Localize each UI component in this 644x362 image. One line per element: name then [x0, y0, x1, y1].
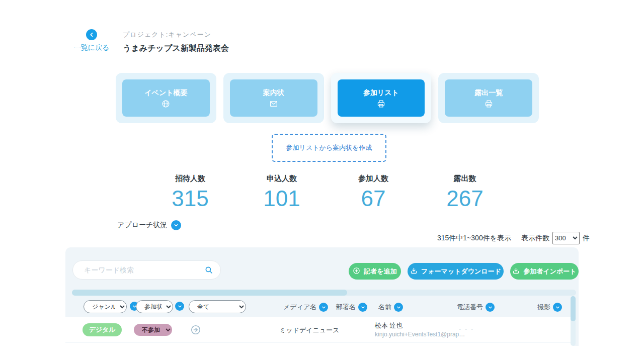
keyword-search — [72, 260, 221, 280]
event-management-page: 一覧に戻る プロジェクト:キャンペーン うまみチップス新製品発表会 イベント概要… — [0, 0, 644, 362]
chevron-down-icon[interactable] — [175, 302, 184, 311]
chevron-down-icon[interactable] — [486, 303, 495, 312]
create-invitation-from-list-button[interactable]: 参加リストから案内状を作成 — [272, 134, 386, 162]
search-icon[interactable] — [204, 265, 213, 275]
all-filter-select[interactable]: 全て — [189, 300, 246, 313]
stat-value: 315 — [145, 188, 235, 210]
stats-row: 招待人数 315 申込人数 101 参加人数 67 露出数 267 — [145, 174, 520, 210]
import-participants-button[interactable]: 参加者インポート — [510, 263, 579, 280]
per-page-select[interactable]: 300 — [552, 232, 580, 244]
email-cell: kinjo.yuichi+EventsTest1@prap… — [375, 331, 465, 338]
plus-circle-icon — [353, 267, 360, 276]
column-header-photo: 撮影 — [537, 303, 562, 312]
column-header-name: 名前 — [378, 303, 403, 312]
tab-exposure-list[interactable]: 露出一覧 — [438, 73, 539, 123]
media-name-cell: ミッドデイニュース — [279, 326, 339, 335]
approach-status: アプローチ状況 — [117, 220, 181, 230]
participants-panel: 記者を追加 フォーマットダウンロード 参加者インポート ジャンル — [65, 247, 579, 346]
stat-label: 露出数 — [420, 174, 510, 184]
tab-label: イベント概要 — [144, 88, 187, 98]
per-page-unit: 件 — [583, 234, 590, 243]
table-row: 伊藤 貴子 — [65, 343, 574, 346]
stat-value: 267 — [420, 188, 510, 210]
stat-label: 申込人数 — [236, 174, 327, 184]
project-label: プロジェクト:キャンペーン — [123, 30, 211, 39]
stat-value: 101 — [236, 188, 327, 210]
tab-label: 参加リスト — [363, 88, 399, 98]
participation-status-select[interactable]: 不参加 — [134, 324, 172, 336]
stat-applied: 申込人数 101 — [236, 174, 327, 210]
back-to-list-button[interactable]: 一覧に戻る — [69, 29, 114, 52]
pagination-range: 315件中1~300件を表示 — [437, 234, 511, 243]
globe-icon — [162, 100, 170, 108]
stat-attended: 参加人数 67 — [328, 174, 419, 210]
add-reporter-label: 記者を追加 — [364, 267, 396, 276]
arrow-right-circle-icon[interactable] — [190, 324, 201, 337]
download-icon — [512, 267, 520, 276]
chevron-left-icon — [86, 29, 97, 40]
column-header-media: メディア名 — [283, 303, 328, 312]
pagination-bar: 315件中1~300件を表示 表示件数 300 件 — [437, 232, 590, 244]
tab-label: 露出一覧 — [474, 88, 503, 98]
import-participants-label: 参加者インポート — [523, 267, 576, 276]
stat-value: 67 — [328, 188, 419, 210]
chevron-down-icon[interactable] — [358, 303, 367, 312]
vertical-scrollbar-thumb[interactable] — [571, 296, 576, 321]
tab-participation-list[interactable]: 参加リスト — [331, 73, 432, 123]
chevron-down-icon[interactable] — [319, 303, 328, 312]
back-to-list-label: 一覧に戻る — [69, 43, 114, 52]
name-cell: 松本 達也 — [375, 321, 403, 330]
format-download-label: フォーマットダウンロード — [421, 267, 501, 276]
add-reporter-button[interactable]: 記者を追加 — [349, 263, 401, 280]
download-icon — [410, 267, 418, 276]
tab-event-overview[interactable]: イベント概要 — [116, 73, 216, 123]
printer-icon — [377, 100, 385, 108]
search-input[interactable] — [84, 266, 204, 274]
printer-icon — [485, 100, 493, 108]
stat-label: 招待人数 — [145, 174, 235, 184]
tab-invitation[interactable]: 案内状 — [223, 73, 324, 123]
stat-label: 参加人数 — [328, 174, 419, 184]
stat-invited: 招待人数 315 — [145, 174, 235, 210]
mail-icon — [269, 100, 278, 108]
column-header-department: 部署名 — [336, 303, 367, 312]
phone-cell: - - - — [459, 325, 474, 332]
format-download-button[interactable]: フォーマットダウンロード — [408, 263, 504, 280]
per-page-label: 表示件数 — [521, 234, 549, 243]
tab-bar: イベント概要 案内状 参加リスト — [116, 73, 539, 123]
genre-filter-select[interactable]: ジャンル — [84, 300, 127, 313]
tab-label: 案内状 — [263, 88, 284, 98]
participation-filter-select[interactable]: 参加状況 — [136, 300, 173, 313]
chevron-down-icon[interactable] — [171, 220, 181, 230]
chevron-down-icon[interactable] — [394, 303, 403, 312]
column-header-phone: 電話番号 — [457, 303, 495, 312]
table-row: デジタル 不参加 ミッドデイニュース 松本 達也 kinjo.yuichi+Ev… — [65, 317, 574, 342]
vertical-scrollbar[interactable] — [571, 296, 576, 346]
horizontal-scrollbar-thumb[interactable] — [72, 290, 347, 296]
table-header-row: ジャンル 参加状況 全て メディア名 部署名 — [65, 298, 579, 317]
approach-status-label: アプローチ状況 — [117, 221, 167, 230]
stat-exposure: 露出数 267 — [420, 174, 510, 210]
page-title: うまみチップス新製品発表会 — [123, 43, 229, 54]
chevron-down-icon[interactable] — [553, 303, 562, 312]
genre-badge: デジタル — [83, 323, 122, 336]
horizontal-scrollbar[interactable] — [72, 290, 576, 296]
